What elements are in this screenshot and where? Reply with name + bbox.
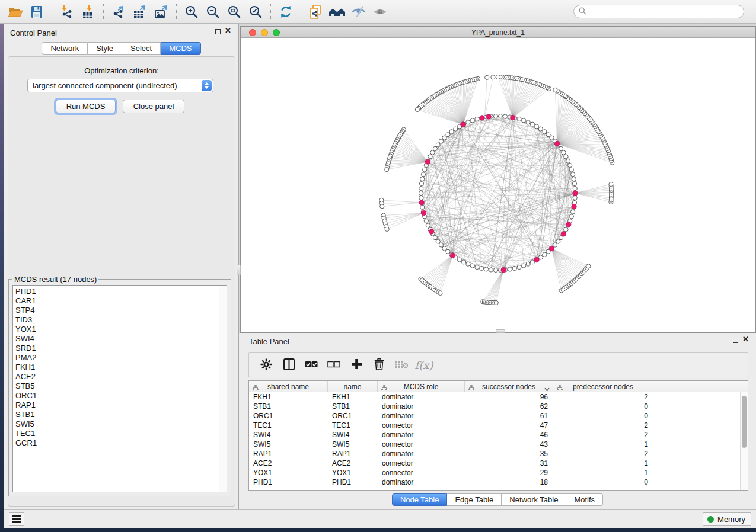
- tab-mcds[interactable]: MCDS: [161, 42, 200, 55]
- tab-network[interactable]: Network: [42, 42, 88, 55]
- table-row[interactable]: TEC1TEC1connector472: [249, 421, 740, 430]
- table-row[interactable]: STB1STB1dominator620: [249, 402, 740, 411]
- create-column-button[interactable]: [345, 355, 368, 375]
- network-canvas[interactable]: [241, 38, 755, 332]
- mcds-result-item[interactable]: PHD1: [13, 287, 219, 296]
- cell-shared-name: FKH1: [249, 392, 328, 402]
- tab-edge-table[interactable]: Edge Table: [447, 493, 502, 506]
- table-row[interactable]: SWI4SWI4dominator462: [249, 430, 740, 440]
- duplicate-network-button[interactable]: [305, 2, 327, 21]
- tab-select[interactable]: Select: [122, 42, 161, 55]
- vertical-splitter-grip[interactable]: [237, 265, 241, 275]
- mcds-result-item[interactable]: RAP1: [13, 400, 219, 410]
- column-header-shared-name[interactable]: shared name: [249, 381, 328, 392]
- mcds-result-item[interactable]: CAR1: [13, 296, 219, 306]
- home-networks-button[interactable]: [327, 2, 348, 21]
- zoom-fit-button[interactable]: [224, 2, 245, 21]
- tab-style[interactable]: Style: [88, 42, 122, 55]
- close-panel-icon[interactable]: ✕: [225, 27, 231, 35]
- mcds-result-item[interactable]: STB1: [13, 410, 219, 419]
- tab-motifs[interactable]: Motifs: [566, 493, 603, 506]
- open-session-button[interactable]: [5, 2, 26, 21]
- close-table-panel-icon[interactable]: ✕: [742, 335, 749, 344]
- table-row[interactable]: ACE2ACE2connector311: [249, 459, 740, 468]
- mcds-result-item[interactable]: SWI4: [13, 334, 219, 344]
- zoom-in-icon: [184, 4, 199, 20]
- table-row[interactable]: SWI5SWI5connector431: [249, 440, 740, 449]
- mcds-result-item[interactable]: YOX1: [13, 325, 219, 334]
- cell-predecessor-nodes: 2: [553, 392, 653, 402]
- hide-selected-button[interactable]: [348, 2, 369, 21]
- column-header-name[interactable]: name: [328, 381, 378, 392]
- mcds-result-item[interactable]: PMA2: [13, 353, 219, 363]
- select-all-button[interactable]: [300, 355, 323, 375]
- column-header-predecessor-nodes[interactable]: predecessor nodes: [553, 381, 653, 392]
- table-settings-button[interactable]: [255, 355, 277, 375]
- zoom-in-button[interactable]: [181, 2, 202, 21]
- save-session-button[interactable]: [26, 2, 47, 21]
- cell-predecessor-nodes: 2: [553, 421, 653, 430]
- table-row[interactable]: YOX1YOX1connector291: [249, 468, 740, 477]
- function-builder-button-disabled[interactable]: f(x): [413, 355, 435, 375]
- hierarchy-icon: [468, 384, 474, 392]
- cell-successor-nodes: 47: [465, 421, 553, 430]
- column-header-MCDS-role[interactable]: MCDS role: [378, 381, 465, 392]
- mcds-result-item[interactable]: STB5: [13, 382, 219, 391]
- cell-shared-name: SWI5: [249, 440, 328, 449]
- network-window-titlebar[interactable]: YPA_prune.txt_1: [241, 27, 755, 38]
- mcds-result-item[interactable]: SRD1: [13, 344, 219, 353]
- export-network-icon: [111, 4, 126, 20]
- deselect-all-button[interactable]: [323, 355, 345, 375]
- close-panel-button[interactable]: Close panel: [123, 100, 184, 113]
- float-table-panel-icon[interactable]: [733, 338, 738, 343]
- mcds-list-scrollbar[interactable]: [219, 286, 227, 492]
- run-mcds-button[interactable]: Run MCDS: [56, 100, 116, 113]
- zoom-out-button[interactable]: [202, 2, 224, 21]
- optimization-criterion-dropdown[interactable]: largest connected component (undirected): [27, 79, 213, 92]
- mcds-result-item[interactable]: TEC1: [13, 429, 219, 438]
- hierarchy-icon: [381, 384, 387, 392]
- cell-name: PHD1: [328, 477, 378, 487]
- export-table-button[interactable]: [129, 2, 151, 21]
- search-input[interactable]: [589, 8, 739, 16]
- delete-table-button-disabled[interactable]: [390, 355, 413, 375]
- tab-network-table[interactable]: Network Table: [502, 493, 566, 506]
- memory-button[interactable]: Memory: [703, 512, 751, 526]
- cell-shared-name: YOX1: [249, 468, 328, 477]
- cell-successor-nodes: 29: [465, 468, 553, 477]
- cell-name: ACE2: [328, 459, 378, 468]
- cell-name: RAP1: [328, 449, 378, 459]
- control-panel: Control Panel ✕ NetworkStyleSelectMCDS O…: [4, 24, 239, 509]
- mcds-result-item[interactable]: GCR1: [13, 438, 219, 448]
- mcds-result-item[interactable]: STP4: [13, 306, 219, 315]
- horizontal-splitter-grip[interactable]: [496, 329, 505, 333]
- zoom-selected-button[interactable]: [245, 2, 266, 21]
- delete-column-button[interactable]: [368, 355, 390, 375]
- column-header-successor-nodes[interactable]: successor nodes: [465, 381, 553, 392]
- table-scrollbar[interactable]: [740, 392, 748, 490]
- table-row[interactable]: RAP1RAP1dominator352: [249, 449, 740, 459]
- show-all-button[interactable]: [369, 2, 391, 21]
- mcds-result-item[interactable]: FKH1: [13, 363, 219, 372]
- table-row[interactable]: PHD1PHD1dominator180: [249, 477, 740, 487]
- mcds-result-item[interactable]: SWI5: [13, 419, 219, 429]
- search-field[interactable]: [573, 5, 744, 18]
- columns-icon: [283, 358, 295, 372]
- refresh-button[interactable]: [275, 2, 296, 21]
- table-scrollbar-thumb[interactable]: [742, 396, 747, 448]
- mcds-result-item[interactable]: ACE2: [13, 372, 219, 382]
- float-window-icon[interactable]: [215, 29, 221, 34]
- import-table-button[interactable]: [78, 2, 99, 21]
- export-image-button[interactable]: [151, 2, 172, 21]
- show-panels-button[interactable]: [9, 512, 24, 526]
- tab-node-table[interactable]: Node Table: [392, 493, 448, 506]
- delete-table-icon: [394, 360, 409, 371]
- import-network-button[interactable]: [56, 2, 78, 21]
- table-row[interactable]: FKH1FKH1dominator962: [249, 392, 740, 402]
- show-columns-button[interactable]: [277, 355, 300, 375]
- cell-MCDS-role: dominator: [378, 477, 465, 487]
- mcds-result-item[interactable]: ORC1: [13, 391, 219, 400]
- export-network-button[interactable]: [108, 2, 129, 21]
- mcds-result-item[interactable]: TID3: [13, 315, 219, 325]
- table-row[interactable]: ORC1ORC1dominator610: [249, 411, 740, 421]
